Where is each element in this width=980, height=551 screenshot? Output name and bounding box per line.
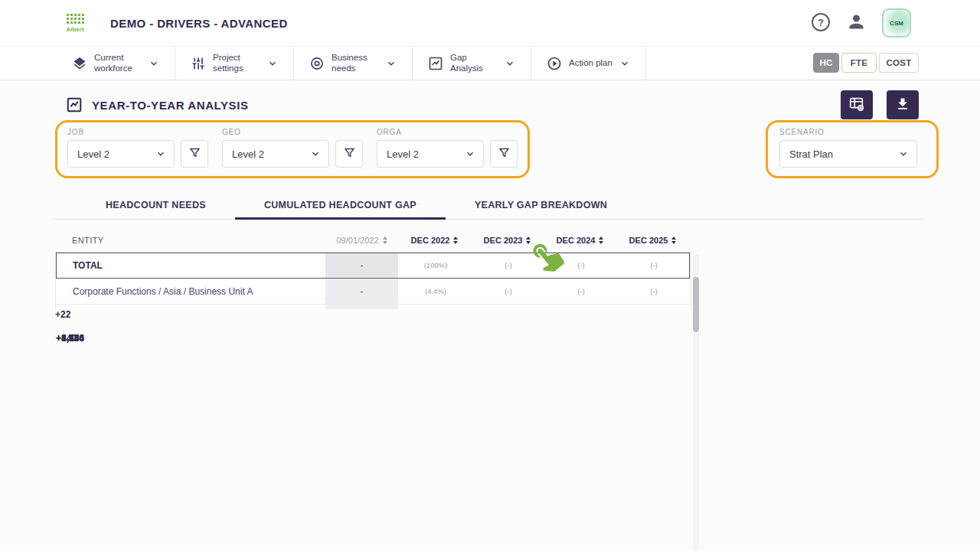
chevron-down-icon: [505, 58, 515, 69]
nav-item-project-settings[interactable]: Project settings: [175, 47, 294, 80]
orga-filter-button[interactable]: [490, 140, 518, 168]
filter-geo: GEO Level 2: [222, 128, 363, 168]
help-button[interactable]: ?: [811, 12, 831, 34]
table-gear-icon: [848, 96, 865, 115]
entity-cell: TOTAL: [56, 253, 325, 278]
view-toggle-hc[interactable]: HC: [813, 53, 839, 73]
job-select[interactable]: Level 2: [67, 140, 175, 168]
nav-item-current-workforce[interactable]: Current workforce: [57, 47, 175, 80]
filter-label: GEO: [222, 128, 363, 136]
column-header-baseline[interactable]: 09/01/2022: [325, 236, 398, 245]
value-cell: +22(-): [616, 539, 689, 551]
column-label: DEC 2023: [484, 236, 523, 245]
page-header-title: DEMO - DRIVERS - ADVANCED: [110, 17, 288, 30]
table-row[interactable]: TOTAL - +640(100%) +1,656(-) +3,484(-) +…: [56, 253, 690, 279]
table-scrollbar[interactable]: [693, 254, 699, 551]
baseline-cell: -: [325, 253, 398, 278]
nav-item-action-plan[interactable]: Action plan: [531, 47, 646, 80]
chart-icon: [428, 56, 443, 71]
download-button[interactable]: [887, 90, 919, 119]
column-header-entity: ENTITY: [55, 236, 325, 245]
baseline-cell: -: [325, 279, 398, 304]
page-actions: [841, 90, 919, 119]
target-icon: [309, 56, 325, 71]
filter-label: SCENARIO: [779, 128, 925, 136]
nav-item-gap-analysis[interactable]: Gap Analysis: [413, 47, 531, 80]
value-cell: +171(-): [616, 279, 689, 304]
nav-label: Project settings: [213, 53, 260, 73]
albert-logo[interactable]: Albert: [66, 13, 84, 33]
tab-cumulated-headcount-gap[interactable]: CUMULATED HEADCOUNT GAP: [235, 191, 446, 219]
chevron-down-icon: [155, 148, 166, 159]
job-select-value: Level 2: [77, 148, 109, 160]
value-cell: +73(-): [471, 279, 544, 304]
tab-yearly-gap-breakdown[interactable]: YEARLY GAP BREAKDOWN: [446, 191, 636, 219]
orga-select[interactable]: Level 2: [377, 140, 484, 168]
top-bar: Albert DEMO - DRIVERS - ADVANCED ? CSM: [0, 0, 980, 46]
column-label: 09/01/2022: [336, 236, 378, 245]
value-cell: +3,484(-): [544, 253, 616, 278]
column-label: DEC 2024: [557, 236, 596, 245]
sort-icon[interactable]: [383, 236, 387, 244]
filter-orga: ORGA Level 2: [377, 128, 518, 168]
table-header: ENTITY 09/01/2022 DEC 2022 DEC 2023 DEC …: [55, 229, 691, 252]
geo-select[interactable]: Level 2: [222, 140, 329, 168]
chevron-down-icon: [386, 58, 397, 69]
tab-headcount-needs[interactable]: HEADCOUNT NEEDS: [77, 191, 235, 219]
sort-icon[interactable]: [453, 236, 458, 244]
filter-funnel-icon: [343, 146, 356, 161]
filters-group-highlight: JOB Level 2 GEO: [55, 120, 530, 178]
table-row[interactable]: Corporate Functions / Asia / Business Un…: [56, 279, 690, 305]
value-cell: +125(-): [544, 279, 616, 304]
view-toggle-fte[interactable]: FTE: [841, 53, 877, 73]
sort-icon[interactable]: [526, 236, 531, 244]
page-title: YEAR-TO-YEAR ANALYSIS: [92, 99, 249, 112]
nav-label: Current workforce: [94, 53, 142, 73]
value-cell: +28(4.4%): [398, 279, 471, 304]
filter-scenario: SCENARIO Strat Plan: [779, 128, 925, 168]
gap-table: ENTITY 09/01/2022 DEC 2022 DEC 2023 DEC …: [55, 229, 691, 551]
page-head: YEAR-TO-YEAR ANALYSIS: [66, 90, 919, 119]
geo-filter-button[interactable]: [335, 140, 363, 168]
column-header-dec-2022[interactable]: DEC 2022: [398, 236, 471, 245]
logo-text: Albert: [66, 26, 83, 33]
column-header-dec-2024[interactable]: DEC 2024: [544, 236, 616, 245]
table-row[interactable]: Corporate Functions / Europe / Business …: [56, 539, 690, 551]
account-button[interactable]: [846, 11, 867, 34]
nav-label: Action plan: [569, 58, 612, 68]
table-body: TOTAL - +640(100%) +1,656(-) +3,484(-) +…: [55, 252, 691, 551]
chart-icon: [66, 96, 83, 113]
chevron-down-icon: [310, 148, 321, 159]
sort-icon[interactable]: [671, 236, 676, 244]
value-cell: +4,740(-): [616, 253, 689, 278]
person-icon: [846, 11, 867, 34]
chevron-down-icon: [267, 58, 278, 69]
scrollbar-thumb[interactable]: [693, 277, 699, 332]
column-header-dec-2023[interactable]: DEC 2023: [471, 236, 544, 245]
column-label: DEC 2025: [629, 236, 668, 245]
sort-icon[interactable]: [599, 236, 603, 244]
download-icon: [895, 96, 910, 114]
avatar[interactable]: CSM: [882, 8, 911, 37]
nav-item-business-needs[interactable]: Business needs: [294, 47, 413, 80]
scenario-select[interactable]: Strat Plan: [779, 140, 917, 168]
view-toggle-group: HC FTE COST: [813, 53, 919, 73]
help-icon: ?: [811, 12, 831, 34]
filter-job: JOB Level 2: [67, 128, 208, 168]
table-settings-button[interactable]: [841, 90, 873, 119]
nav-label: Business needs: [332, 53, 379, 73]
scenario-group-highlight: SCENARIO Strat Plan: [766, 120, 939, 178]
job-filter-button[interactable]: [181, 140, 208, 168]
nav-label: Gap Analysis: [450, 53, 498, 73]
play-icon: [547, 56, 562, 71]
app-window: Albert DEMO - DRIVERS - ADVANCED ? CSM C…: [0, 0, 980, 551]
svg-text:?: ?: [818, 16, 824, 28]
sliders-icon: [191, 56, 206, 71]
column-label: DEC 2022: [411, 236, 450, 245]
filter-label: ORGA: [377, 128, 518, 136]
column-header-dec-2025[interactable]: DEC 2025: [616, 236, 689, 245]
geo-select-value: Level 2: [232, 148, 264, 160]
view-toggle-cost[interactable]: COST: [879, 53, 919, 73]
topbar-actions: ? CSM: [811, 8, 911, 37]
entity-cell: Corporate Functions / Asia / Business Un…: [56, 279, 325, 304]
